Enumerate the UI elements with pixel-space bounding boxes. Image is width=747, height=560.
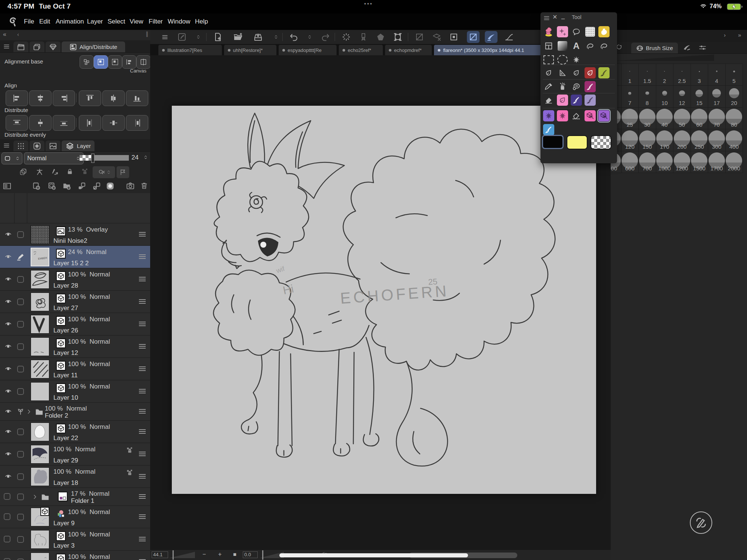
brush-size-ramp-slider[interactable] [614, 55, 714, 61]
toolbar-menu-icon[interactable] [158, 31, 171, 43]
menu-select[interactable]: Select [108, 13, 125, 30]
new-3d-layer-button[interactable] [48, 182, 56, 190]
polygon-icon[interactable] [374, 31, 387, 43]
gradient-tool-icon[interactable] [557, 40, 568, 52]
visibility-eye-icon[interactable] [4, 408, 13, 414]
blue-brush-tool-icon[interactable] [543, 124, 554, 135]
tab-tonecurve[interactable] [30, 140, 44, 151]
layer-drag-handle[interactable] [139, 299, 146, 304]
document-tab[interactable]: Illustration7[Res [158, 45, 222, 55]
grid-icon[interactable] [447, 31, 460, 43]
blend-tool-icon[interactable] [571, 81, 582, 92]
layer-checkbox[interactable] [17, 276, 24, 283]
layer-drag-handle[interactable] [139, 366, 146, 371]
tab-layer-property[interactable] [13, 140, 28, 151]
layer-drag-handle[interactable] [139, 389, 146, 394]
brush-size-cell[interactable]: 3 [691, 64, 709, 86]
brush-size-cell[interactable]: 200 [673, 129, 691, 151]
layer-drag-handle[interactable] [139, 452, 146, 457]
layer-checkbox[interactable] [17, 428, 24, 435]
document-tab[interactable]: espyadoptttt[Re [279, 45, 337, 55]
distribute-button-5[interactable] [126, 115, 148, 131]
brush-size-cell[interactable]: 30 [638, 107, 656, 129]
close-icon[interactable]: ✕ [552, 13, 557, 21]
lock-layer-icon[interactable] [66, 168, 73, 175]
layer-thumbnail[interactable] [31, 467, 49, 486]
layer-thumbnail[interactable] [31, 445, 49, 464]
layer-drag-handle[interactable] [139, 514, 146, 519]
rotation-slider-handle[interactable] [262, 550, 263, 560]
layer-row-layer-18[interactable]: 100 % NormalLayer 18 [0, 465, 150, 488]
brush-size-cell[interactable]: 150 [638, 129, 656, 151]
layer-thumbnail[interactable] [31, 270, 49, 289]
airbrush-tool-icon[interactable] [557, 81, 568, 92]
select-area-icon[interactable] [357, 31, 370, 43]
purple-3d-tool-icon[interactable] [598, 110, 610, 121]
quick-access-icon[interactable] [176, 31, 188, 43]
curve-lasso2-tool-icon[interactable] [598, 40, 610, 52]
opacity-stepper[interactable] [143, 154, 148, 161]
layer-thumbnail[interactable] [31, 315, 49, 334]
new-raster-layer-button[interactable] [32, 182, 40, 190]
merge-to-lower-layer-button[interactable] [93, 182, 101, 190]
align-button-4[interactable] [102, 90, 125, 106]
back-icon[interactable]: ‹ [17, 31, 19, 37]
brush-size-cell[interactable]: 250 [691, 129, 709, 151]
red-pen-tool-icon[interactable] [585, 67, 596, 78]
auto-select-tool-icon[interactable] [571, 54, 582, 65]
tab-navigator[interactable] [30, 41, 44, 52]
tab-tool-property-icon[interactable] [698, 44, 707, 52]
palette-menu-icon[interactable] [543, 15, 550, 21]
brush-size-cell[interactable]: 700 [638, 151, 656, 173]
visibility-eye-icon[interactable] [4, 321, 13, 327]
visibility-eye-icon[interactable] [4, 451, 13, 457]
document-tab[interactable]: uhh[Restore]* [224, 45, 276, 55]
layer-panel-list-icon[interactable] [3, 182, 11, 190]
brush-size-cell[interactable]: 1000 [656, 151, 674, 173]
open-file-icon[interactable] [232, 31, 244, 43]
distribute-button-1[interactable] [29, 115, 52, 131]
menu-animation[interactable]: Animation [56, 13, 84, 30]
visibility-eye-icon[interactable] [4, 276, 13, 282]
visibility-eye-icon[interactable] [4, 253, 13, 260]
layer-thumbnail[interactable]: bwstkm [31, 553, 49, 560]
layer-row-layer-22[interactable]: 100 % NormalLayer 22 [0, 420, 150, 443]
lavender-brush-tool-icon[interactable] [585, 95, 596, 106]
draft-plant-icon[interactable] [17, 408, 24, 415]
menu-file[interactable]: File [24, 13, 34, 30]
brush-size-cell[interactable]: 10 [656, 85, 674, 107]
brush-size-cell[interactable]: 80 [725, 107, 743, 129]
sub-color-swatch[interactable] [567, 135, 588, 149]
transparent-color-swatch[interactable] [591, 135, 611, 149]
visibility-eye-icon[interactable] [4, 365, 13, 372]
layer-thumbnail[interactable] [31, 225, 49, 244]
layer-checkbox[interactable] [17, 231, 24, 238]
alignment-base-selection-base[interactable] [80, 55, 94, 69]
layer-checkbox[interactable] [17, 298, 24, 305]
undo-icon[interactable] [288, 31, 300, 43]
palette-menu-icon[interactable] [3, 142, 10, 149]
align-button-1[interactable] [29, 90, 52, 106]
layer-row-layer-28[interactable]: 100 % NormalLayer 28 [0, 268, 150, 291]
layer-thumbnail[interactable] [31, 423, 49, 441]
visibility-empty-icon[interactable] [4, 513, 10, 520]
menu-window[interactable]: Window [168, 13, 190, 30]
lock-transparent-pixels-icon[interactable] [81, 168, 88, 175]
alignment-base-frame-base[interactable] [136, 55, 151, 69]
expand-chevron-icon[interactable] [26, 409, 32, 415]
new-file-icon[interactable] [211, 31, 224, 43]
distribute-button-0[interactable] [6, 115, 28, 131]
layer-checkbox[interactable] [17, 494, 24, 500]
magenta-brush-tool-icon[interactable] [585, 81, 596, 92]
document-tab[interactable]: echopmdref* [385, 45, 432, 55]
toolbar-chevron-icon[interactable] [303, 31, 316, 43]
brush-size-cell[interactable]: 1 [621, 64, 639, 86]
pink-3d-tool-icon[interactable] [585, 110, 596, 121]
ruler-tool-icon[interactable] [557, 67, 568, 78]
frame-icon[interactable] [391, 31, 404, 43]
brush-size-cell[interactable]: 5 [725, 64, 743, 86]
layer-checkbox[interactable] [17, 536, 24, 543]
draft-layer-icon[interactable] [52, 168, 59, 176]
visibility-empty-icon[interactable] [4, 536, 10, 542]
pink-wand-tool-icon[interactable] [557, 110, 568, 121]
